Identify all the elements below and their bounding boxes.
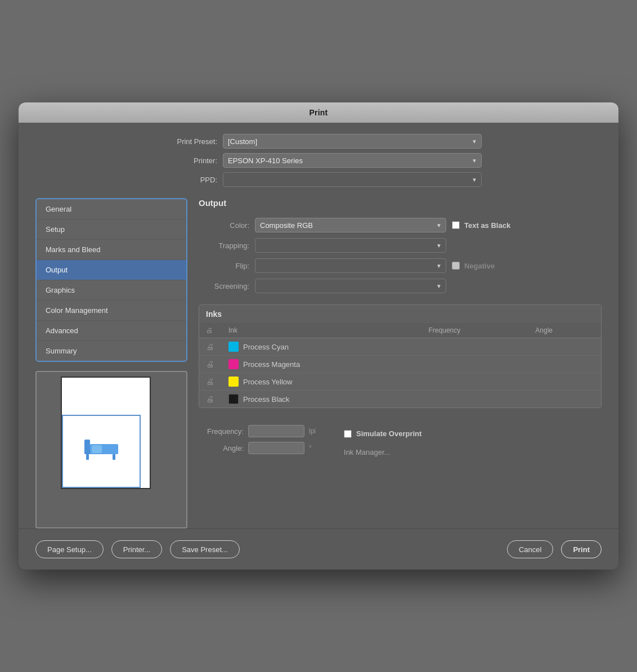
inks-title: Inks <box>199 305 601 323</box>
angle-label: Angle: <box>199 444 244 453</box>
preview-inner <box>50 377 173 523</box>
print-preset-select-wrapper[interactable]: [Custom] ▼ <box>223 134 482 149</box>
main-content: General Setup Marks and Bleed Output Gra… <box>35 198 602 528</box>
print-preset-row: Print Preset: [Custom] ▼ <box>155 134 482 149</box>
row-angle-cyan <box>528 338 601 356</box>
printer-select-wrapper[interactable]: EPSON XP-410 Series ▼ <box>223 153 482 168</box>
output-panel: Output Color: Composite RGB ▼ <box>199 198 602 528</box>
sidebar-item-graphics[interactable]: Graphics <box>37 280 186 301</box>
trapping-row: Trapping: ▼ <box>199 238 602 253</box>
footer: Page Setup... Printer... Save Preset... … <box>19 528 618 570</box>
inks-col-ink: Ink <box>222 323 422 338</box>
row-freq-black <box>422 391 529 408</box>
sidebar-item-summary[interactable]: Summary <box>37 341 186 361</box>
row-ink-yellow: Process Yellow <box>222 373 422 391</box>
svg-rect-5 <box>113 454 115 460</box>
frequency-label: Frequency: <box>199 427 244 436</box>
simulate-overprint-checkbox[interactable] <box>344 430 352 438</box>
printer-row: Printer: EPSON XP-410 Series ▼ <box>155 153 482 168</box>
color-row: Color: Composite RGB ▼ Text as Black <box>199 218 602 232</box>
text-as-black-row: Text as Black <box>452 221 510 230</box>
color-select[interactable]: Composite RGB <box>255 218 446 232</box>
print-preset-select[interactable]: [Custom] <box>223 134 482 149</box>
print-button[interactable]: Print <box>561 540 602 558</box>
dialog-title: Print <box>309 108 328 117</box>
trapping-select[interactable] <box>255 238 446 253</box>
flip-row: Flip: ▼ Negative <box>199 258 602 273</box>
magenta-swatch <box>228 359 239 369</box>
negative-row: Negative <box>452 262 495 270</box>
flip-label: Flip: <box>199 262 249 270</box>
save-preset-button[interactable]: Save Preset... <box>170 540 240 558</box>
printer-label: Printer: <box>155 156 217 165</box>
trapping-select-wrapper[interactable]: ▼ <box>255 238 446 253</box>
ppd-select[interactable] <box>223 172 482 187</box>
ppd-row: PPD: ▼ <box>155 172 482 187</box>
freq-angle-group: Frequency: lpi Angle: ° <box>199 425 316 454</box>
row-ink-black: Process Black <box>222 391 422 408</box>
row-freq-yellow <box>422 373 529 391</box>
angle-input[interactable] <box>248 442 304 454</box>
inks-col-angle: Angle <box>528 323 601 338</box>
print-preset-label: Print Preset: <box>155 137 217 146</box>
printer-icon: 🖨 <box>206 360 214 369</box>
screening-select[interactable] <box>255 279 446 293</box>
inks-col-printer: 🖨 <box>199 323 222 338</box>
simulate-overprint-label: Simulate Overprint <box>356 429 421 438</box>
row-angle-yellow <box>528 373 601 391</box>
dialog-body: Print Preset: [Custom] ▼ Printer: EPSON … <box>19 123 618 528</box>
inks-section: Inks 🖨 Ink Frequency <box>199 304 602 408</box>
title-bar: Print <box>19 102 618 123</box>
row-freq-cyan <box>422 338 529 356</box>
sidebar-item-setup[interactable]: Setup <box>37 219 186 240</box>
printer-header-icon: 🖨 <box>206 326 213 334</box>
printer-icon: 🖨 <box>206 377 214 386</box>
angle-row: Angle: ° <box>199 442 316 454</box>
frequency-unit: lpi <box>309 427 316 435</box>
footer-left: Page Setup... Printer... Save Preset... <box>35 540 498 558</box>
flip-select[interactable] <box>255 258 446 273</box>
table-row: 🖨 Process Magenta <box>199 356 601 373</box>
inks-col-frequency: Frequency <box>422 323 529 338</box>
frequency-input[interactable] <box>248 425 304 437</box>
svg-rect-1 <box>84 440 90 454</box>
screening-row: Screening: ▼ <box>199 279 602 293</box>
row-printer-icon-magenta: 🖨 <box>199 356 222 373</box>
page-setup-button[interactable]: Page Setup... <box>35 540 104 558</box>
preview-page-inner <box>62 415 141 488</box>
print-dialog: Print Print Preset: [Custom] ▼ Printer: … <box>19 102 618 570</box>
sidebar-item-output[interactable]: Output <box>37 260 186 280</box>
row-printer-icon-black: 🖨 <box>199 391 222 408</box>
text-as-black-checkbox[interactable] <box>452 221 460 229</box>
row-angle-black <box>528 391 601 408</box>
sidebar-item-color-management[interactable]: Color Management <box>37 301 186 321</box>
negative-checkbox[interactable] <box>452 262 460 270</box>
flip-select-wrapper[interactable]: ▼ <box>255 258 446 273</box>
printer-select[interactable]: EPSON XP-410 Series <box>223 153 482 168</box>
ppd-label: PPD: <box>155 176 217 184</box>
sidebar-item-marks-bleed[interactable]: Marks and Bleed <box>37 240 186 260</box>
table-row: 🖨 Process Black <box>199 391 601 408</box>
preview-box <box>35 371 187 528</box>
ink-manager-button[interactable]: Ink Manager... <box>344 448 390 456</box>
output-section-title: Output <box>199 198 602 208</box>
printer-icon: 🖨 <box>206 342 214 351</box>
svg-rect-4 <box>86 454 89 460</box>
inks-table: 🖨 Ink Frequency Angle <box>199 323 601 407</box>
row-ink-cyan: Process Cyan <box>222 338 422 356</box>
color-select-wrapper[interactable]: Composite RGB ▼ <box>255 218 446 232</box>
ppd-select-wrapper[interactable]: ▼ <box>223 172 482 187</box>
printer-button[interactable]: Printer... <box>111 540 162 558</box>
text-as-black-label: Text as Black <box>464 221 510 230</box>
output-fields: Color: Composite RGB ▼ Text as Black <box>199 218 602 293</box>
bottom-fields: Frequency: lpi Angle: ° S <box>199 419 602 463</box>
row-printer-icon-yellow: 🖨 <box>199 373 222 391</box>
frequency-row: Frequency: lpi <box>199 425 316 437</box>
preview-page <box>61 377 151 489</box>
cancel-button[interactable]: Cancel <box>507 540 553 558</box>
screening-select-wrapper[interactable]: ▼ <box>255 279 446 293</box>
table-row: 🖨 Process Yellow <box>199 373 601 391</box>
sidebar-item-general[interactable]: General <box>37 199 186 219</box>
screening-label: Screening: <box>199 282 249 290</box>
sidebar-item-advanced[interactable]: Advanced <box>37 321 186 341</box>
